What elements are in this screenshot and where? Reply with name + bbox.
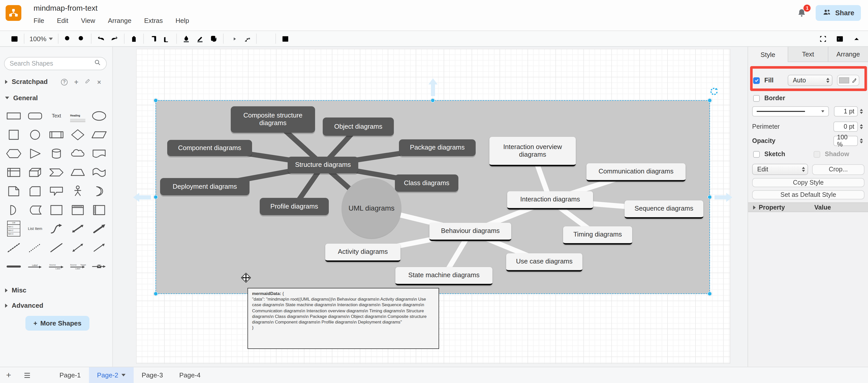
shape-list-item[interactable]: List Item: [24, 219, 46, 238]
help-icon[interactable]: ?: [61, 79, 68, 85]
shape-hexagon[interactable]: [3, 144, 24, 163]
line-color-icon[interactable]: [196, 34, 205, 43]
shape-directional-connector[interactable]: [88, 238, 110, 257]
tab-style[interactable]: Style: [748, 47, 788, 62]
shape-trapezoid[interactable]: [67, 163, 88, 182]
rotate-handle-icon[interactable]: [709, 87, 719, 96]
tab-arrange[interactable]: Arrange: [828, 47, 868, 62]
shape-labeled-edge[interactable]: Label: [24, 257, 46, 276]
mindmap-node-package[interactable]: Package diagrams: [399, 139, 476, 156]
shape-and[interactable]: [3, 200, 24, 219]
shape-document[interactable]: [88, 144, 110, 163]
mindmap-node-timing[interactable]: Timing diagrams: [563, 226, 632, 245]
share-button[interactable]: Share: [816, 5, 861, 21]
mindmap-node-deployment[interactable]: Deployment diagrams: [160, 178, 250, 195]
delete-icon[interactable]: [130, 34, 138, 43]
shape-rounded-rectangle[interactable]: [24, 106, 46, 125]
selection-handle-se[interactable]: [707, 291, 712, 296]
mindmap-node-communication[interactable]: Communication diagrams: [586, 163, 686, 182]
tab-page-3[interactable]: Page-3: [134, 367, 171, 383]
border-checkbox[interactable]: [753, 95, 760, 101]
fill-color-icon[interactable]: [182, 34, 191, 43]
line-width-stepper[interactable]: [858, 106, 864, 116]
edit-scratchpad-icon[interactable]: [85, 78, 90, 85]
menu-file[interactable]: File: [34, 17, 44, 24]
search-shapes-box[interactable]: [4, 57, 107, 70]
table-icon[interactable]: [281, 34, 290, 43]
collapse-toolbar-icon[interactable]: [852, 34, 861, 43]
shape-line[interactable]: [46, 238, 67, 257]
shape-curve[interactable]: [46, 219, 67, 238]
shape-diamond[interactable]: [67, 125, 88, 144]
shape-dashed-line[interactable]: [3, 238, 24, 257]
format-panel-toggle-icon[interactable]: [835, 34, 844, 43]
mindmap-node-structure[interactable]: Structure diagrams: [288, 157, 358, 173]
connection-icon[interactable]: [229, 34, 238, 43]
menu-view[interactable]: View: [81, 17, 95, 24]
mindmap-node-interaction-overview[interactable]: Interaction overview diagrams: [489, 137, 576, 166]
advanced-section[interactable]: Advanced: [5, 302, 43, 309]
selection-handle-n[interactable]: [430, 98, 435, 103]
shape-cube[interactable]: [24, 163, 46, 182]
mindmap-node-profile[interactable]: Profile diagrams: [260, 198, 329, 215]
shape-textbox[interactable]: Heading: [67, 106, 88, 125]
shape-tape[interactable]: [88, 163, 110, 182]
scratchpad-section[interactable]: Scratchpad ? + ×: [5, 78, 48, 85]
edit-style-select[interactable]: Edit: [752, 164, 808, 175]
shape-bidirectional-arrow[interactable]: [67, 219, 88, 238]
waypoints-icon[interactable]: [243, 34, 251, 43]
shape-link[interactable]: [3, 257, 24, 276]
tab-page-1[interactable]: Page-1: [51, 367, 89, 383]
mindmap-node-uml-root[interactable]: UML diagrams: [342, 178, 401, 238]
shape-or[interactable]: [88, 182, 110, 200]
mindmap-node-class[interactable]: Class diagrams: [395, 174, 458, 192]
perimeter-stepper[interactable]: [858, 122, 864, 132]
selection-handle-w[interactable]: [153, 195, 158, 199]
shape-step[interactable]: [46, 163, 67, 182]
shape-text[interactable]: Text: [46, 106, 67, 125]
connect-arrow-up-icon[interactable]: [428, 78, 438, 99]
more-shapes-button[interactable]: + More Shapes: [25, 316, 89, 331]
mindmap-node-sequence[interactable]: Sequence diagrams: [625, 200, 703, 219]
selection-handle-sw[interactable]: [153, 291, 158, 296]
mindmap-node-interaction[interactable]: Interaction diagrams: [507, 191, 593, 210]
shape-bidirectional-connector[interactable]: [67, 238, 88, 257]
shape-callout[interactable]: [46, 182, 67, 200]
shape-cylinder[interactable]: [46, 144, 67, 163]
shape-dotted-line[interactable]: [24, 238, 46, 257]
zoom-in-icon[interactable]: [64, 34, 72, 43]
tab-page-2[interactable]: Page-2: [89, 367, 134, 383]
mindmap-node-activity[interactable]: Activity diagrams: [325, 244, 400, 262]
shape-parallelogram[interactable]: [88, 125, 110, 144]
redo-icon[interactable]: [111, 34, 119, 43]
tab-page-4[interactable]: Page-4: [171, 367, 209, 383]
shape-internal-storage[interactable]: [3, 163, 24, 182]
shape-arrow[interactable]: [88, 219, 110, 238]
opacity-input[interactable]: 100 %: [833, 136, 858, 146]
sketch-checkbox[interactable]: [753, 151, 760, 157]
line-style-select[interactable]: [752, 106, 829, 116]
fill-color-swatch[interactable]: [837, 75, 859, 86]
drawing-canvas[interactable]: Structure diagramsComposite structure di…: [113, 47, 748, 367]
connect-arrow-left-icon[interactable]: [133, 193, 151, 204]
shape-labeled-edge-source-target[interactable]: SourceLabelTarget: [67, 257, 88, 276]
undo-icon[interactable]: [97, 34, 105, 43]
shape-ellipse[interactable]: [88, 106, 110, 125]
shape-labeled-edge-source[interactable]: SourceLabel: [46, 257, 67, 276]
shape-actor[interactable]: [67, 182, 88, 200]
menu-edit[interactable]: Edit: [57, 17, 68, 24]
menu-help[interactable]: Help: [176, 17, 189, 24]
insert-icon[interactable]: [262, 34, 271, 43]
mindmap-node-component[interactable]: Component diagrams: [167, 140, 252, 156]
shape-square[interactable]: [3, 125, 24, 144]
perimeter-input[interactable]: 0 pt: [833, 122, 858, 132]
shape-data-storage[interactable]: [24, 200, 46, 219]
shape-circle[interactable]: [24, 125, 46, 144]
menu-arrange[interactable]: Arrange: [108, 17, 132, 24]
shape-rectangle[interactable]: [3, 106, 24, 125]
zoom-out-icon[interactable]: [78, 34, 86, 43]
copy-style-button[interactable]: Copy Style: [752, 178, 864, 187]
shape-card[interactable]: [24, 182, 46, 200]
shadow-checkbox[interactable]: [814, 151, 820, 157]
fill-checkbox[interactable]: [753, 77, 760, 84]
